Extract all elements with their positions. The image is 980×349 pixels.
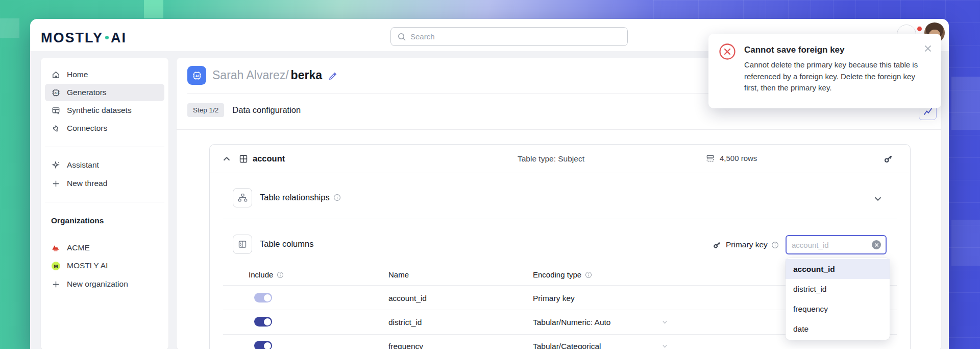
- plus-icon: [51, 280, 61, 289]
- svg-text:M: M: [54, 263, 58, 268]
- relationships-label: Table relationships: [260, 193, 341, 202]
- column-name-cell: account_id: [388, 294, 427, 303]
- table-type-label: Table type: Subject: [518, 154, 584, 164]
- sidebar-item-label: New organization: [67, 280, 128, 289]
- primary-key-icon: [712, 240, 722, 250]
- column-name-cell: frequency: [388, 342, 423, 349]
- columns-label: Table columns: [260, 239, 313, 249]
- sidebar-item-home[interactable]: Home: [45, 66, 164, 83]
- logo-word-1: MOSTLY: [41, 30, 103, 46]
- include-toggle-on[interactable]: [254, 317, 272, 327]
- error-toast: Cannot save foreign key Cannot delete th…: [708, 34, 941, 108]
- sidebar-item-synthetic-datasets[interactable]: Synthetic datasets: [45, 102, 164, 119]
- column-header-include: Include: [249, 270, 284, 279]
- decor-square: [144, 0, 163, 18]
- dataset-table-icon: [51, 106, 61, 115]
- key-icon[interactable]: [883, 153, 894, 165]
- column-header-name: Name: [388, 270, 409, 279]
- sidebar-item-label: Synthetic datasets: [67, 106, 132, 115]
- sidebar-item-org-acme[interactable]: ACME: [45, 239, 164, 257]
- primary-key-label: Primary key: [726, 240, 768, 249]
- sidebar-divider: [45, 202, 164, 202]
- mostly-ai-logo[interactable]: MOSTLY AI: [41, 30, 127, 46]
- sidebar-item-new-organization[interactable]: New organization: [45, 275, 164, 293]
- notification-dot: [917, 26, 922, 32]
- dropdown-option-account-id[interactable]: account_id: [786, 259, 890, 279]
- include-toggle-on[interactable]: [254, 341, 272, 349]
- include-toggle-muted[interactable]: [254, 293, 272, 303]
- logo-dot: [105, 36, 109, 39]
- columns-icon: [237, 239, 248, 249]
- divider: [223, 219, 897, 219]
- row-count: 4,500 rows: [705, 153, 757, 163]
- search-input[interactable]: [410, 28, 620, 45]
- info-icon[interactable]: [585, 271, 592, 278]
- primary-key-input[interactable]: [792, 236, 868, 253]
- encoding-select-chevron-icon[interactable]: [661, 342, 669, 349]
- sidebar: Home AI Generators Synthetic datasets Co…: [41, 58, 168, 349]
- account-table-card: account Table type: Subject 4,500 rows T…: [209, 144, 911, 349]
- sidebar-item-label: Generators: [67, 88, 107, 97]
- info-icon[interactable]: [771, 241, 779, 249]
- toast-message: Cannot delete the primary key because th…: [744, 59, 930, 94]
- close-icon[interactable]: [924, 44, 932, 53]
- page-title: Data configuration: [232, 105, 301, 115]
- table-icon: [238, 154, 249, 164]
- sparkle-icon: [51, 160, 61, 170]
- rows-icon: [705, 153, 715, 163]
- organizations-heading: Organizations: [51, 216, 104, 225]
- dropdown-option-frequency[interactable]: frequency: [786, 299, 890, 319]
- sidebar-item-label: New thread: [67, 179, 107, 188]
- primary-key-group: Primary key: [712, 240, 779, 250]
- info-icon[interactable]: [277, 271, 284, 278]
- sidebar-item-label: Connectors: [67, 124, 107, 133]
- relationships-icon-box: [233, 188, 252, 207]
- sidebar-item-assistant[interactable]: Assistant: [45, 156, 164, 174]
- column-header-encoding: Encoding type: [533, 270, 592, 279]
- hierarchy-icon: [237, 193, 248, 203]
- collapse-chevron-up-icon[interactable]: [221, 153, 232, 165]
- sidebar-item-label: MOSTLY AI: [67, 261, 108, 270]
- sidebar-item-new-thread[interactable]: New thread: [45, 175, 164, 192]
- screen: MOSTLY AI Home AI Generators Synthetic d…: [0, 0, 980, 349]
- column-name-cell: district_id: [388, 318, 422, 327]
- step-row: Step 1/2 Data configuration: [187, 103, 301, 117]
- account-card-header: account Table type: Subject 4,500 rows: [210, 145, 910, 173]
- sidebar-item-label: Assistant: [67, 160, 99, 170]
- acme-logo-icon: [51, 243, 61, 252]
- expand-chevron-down-icon[interactable]: [872, 193, 884, 204]
- ai-chip-icon: AI: [51, 88, 61, 98]
- clear-value-icon[interactable]: [872, 240, 881, 249]
- error-circle-icon: [719, 43, 736, 60]
- global-search: [390, 27, 628, 46]
- search-icon: [397, 32, 406, 41]
- decor-square: [951, 77, 980, 130]
- primary-key-dropdown: account_id district_id frequency date: [786, 258, 890, 340]
- decor-square: [0, 18, 19, 38]
- primary-key-field: [786, 235, 887, 254]
- sidebar-item-generators[interactable]: AI Generators: [45, 84, 164, 101]
- sidebar-item-label: ACME: [67, 243, 90, 252]
- dropdown-option-district-id[interactable]: district_id: [786, 279, 890, 299]
- encoding-cell: Primary key: [533, 294, 575, 303]
- encoding-select-chevron-icon[interactable]: [661, 318, 669, 326]
- step-badge: Step 1/2: [187, 103, 224, 117]
- plus-icon: [51, 179, 61, 189]
- sidebar-item-connectors[interactable]: Connectors: [45, 120, 164, 137]
- decor-square: [951, 220, 980, 266]
- table-name: account: [253, 154, 285, 164]
- sidebar-item-org-mostly-ai[interactable]: M MOSTLY AI: [45, 257, 164, 274]
- svg-text:AI: AI: [195, 74, 199, 77]
- home-icon: [51, 70, 61, 80]
- mostly-ai-org-icon: M: [51, 261, 61, 271]
- sidebar-divider: [45, 147, 164, 147]
- generator-ai-icon: AI: [187, 66, 206, 85]
- project-owner: Sarah Alvarez/: [212, 68, 289, 82]
- project-name: berka: [291, 68, 322, 82]
- columns-icon-box: [233, 235, 252, 254]
- edit-pencil-icon[interactable]: [328, 71, 338, 81]
- info-icon[interactable]: [333, 194, 341, 201]
- dropdown-option-date[interactable]: date: [786, 319, 890, 339]
- plug-icon: [51, 124, 61, 133]
- logo-word-2: AI: [111, 30, 127, 46]
